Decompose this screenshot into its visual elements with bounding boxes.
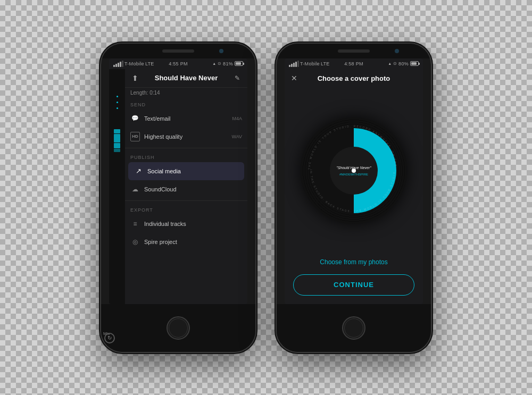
vinyl-center-hole	[352, 169, 356, 173]
signal-bar-3	[118, 63, 119, 67]
publish-section-label: PUBLISH	[125, 150, 247, 162]
highest-quality-label: Highest quality	[144, 133, 228, 140]
phone-2-camera	[395, 49, 399, 53]
p2-battery-fill	[411, 62, 417, 65]
send-section-label: SEND	[125, 98, 247, 110]
p2-signal-bar-4	[295, 62, 297, 67]
p2-signal-bars	[289, 61, 299, 67]
text-email-item[interactable]: 💬 Text/email M4A	[125, 110, 247, 128]
spire-icon: ◎	[130, 237, 140, 247]
song-length: Length: 0:14	[125, 88, 247, 98]
battery-icon	[235, 61, 243, 66]
p2-location-icon: ▲	[388, 62, 392, 65]
network-text: LTE	[145, 61, 154, 66]
vinyl-container: "Should Have Never" #MADEWITHSPIRE THE W…	[285, 88, 423, 254]
carrier-text: T-Mobile	[124, 61, 144, 66]
highest-quality-item[interactable]: HD Highest quality WAV	[125, 128, 247, 146]
signal-bar-4	[120, 62, 121, 67]
p2-status-right: ▲ ⊙ 80%	[388, 61, 419, 66]
status-right: ▲ ⊙ 81%	[212, 61, 243, 66]
p2-signal-bar-2	[291, 64, 293, 67]
close-button[interactable]: ✕	[291, 74, 297, 82]
time-text: 4:55 PM	[169, 61, 188, 66]
highest-quality-badge: WAV	[232, 134, 243, 139]
signal-bar-2	[115, 64, 117, 67]
phone-1-speaker	[162, 49, 194, 53]
cover-title: Choose a cover photo	[318, 74, 390, 82]
phone-2-top-bar	[277, 44, 431, 58]
continue-button[interactable]: CONTINUE	[293, 274, 414, 296]
wave-bar	[114, 149, 120, 152]
signal-bar-1	[113, 65, 115, 67]
continue-label: CONTINUE	[334, 281, 374, 289]
phone-1-top-bar	[101, 44, 255, 58]
wave-bar	[114, 134, 120, 142]
vinyl-hashtag: #MADEWITHSPIRE	[339, 173, 368, 176]
tracks-icon: ≡	[130, 219, 140, 229]
p2-carrier-text: T-Mobile	[300, 61, 320, 66]
spire-project-label: Spire project	[144, 239, 242, 245]
wifi-icon: ⊙	[218, 61, 221, 66]
soundcloud-icon: ☁	[130, 184, 140, 194]
waveform	[114, 129, 120, 152]
wave-bar	[114, 129, 120, 133]
phone-2: T-Mobile LTE 4:58 PM ▲ ⊙ 80% ✕ Choose a …	[277, 44, 431, 352]
edit-button[interactable]: ✎	[232, 73, 242, 83]
p2-signal-bar-1	[289, 65, 290, 67]
divider-2	[125, 200, 247, 201]
individual-tracks-label: Individual tracks	[144, 221, 242, 227]
divider-1	[125, 148, 247, 148]
p2-time-text: 4:58 PM	[344, 61, 363, 66]
phone-2-screen: T-Mobile LTE 4:58 PM ▲ ⊙ 80% ✕ Choose a …	[285, 58, 423, 304]
p2-signal-bar-3	[293, 63, 295, 67]
social-media-item[interactable]: ↗ Social media	[128, 162, 244, 180]
p2-status-left: T-Mobile LTE	[289, 61, 330, 67]
phone-1: T-Mobile LTE 4:55 PM ▲ ⊙ 81%	[101, 44, 255, 352]
track-sidebar: Mix ↻	[109, 69, 125, 304]
p2-wifi-icon: ⊙	[393, 61, 397, 66]
individual-tracks-item[interactable]: ≡ Individual tracks	[125, 215, 247, 233]
cover-header: ✕ Choose a cover photo	[285, 69, 423, 88]
status-left: T-Mobile LTE	[113, 61, 154, 67]
phone-1-bottom	[101, 304, 255, 352]
phone-2-speaker	[338, 49, 370, 53]
cover-photo-screen: ✕ Choose a cover photo "Should Have Neve…	[285, 69, 423, 304]
soundcloud-label: SoundCloud	[144, 186, 242, 192]
battery-fill	[236, 62, 241, 65]
text-email-label: Text/email	[144, 115, 228, 122]
home-button-1[interactable]	[167, 316, 190, 340]
soundcloud-item[interactable]: ☁ SoundCloud	[125, 180, 247, 198]
vinyl-record: "Should Have Never" #MADEWITHSPIRE THE W…	[301, 117, 407, 224]
p2-battery-percent: 80%	[398, 61, 409, 66]
signal-bar-5	[122, 61, 123, 67]
p2-battery-icon	[410, 61, 419, 66]
track-dot-3	[117, 107, 118, 109]
share-arrow-icon: ↗	[134, 166, 143, 176]
export-screen: Mix ↻ ⬆ Should Have Never ✎ Length: 0:14	[109, 69, 247, 304]
track-dot-2	[117, 102, 118, 103]
p2-network-text: LTE	[321, 61, 330, 66]
wave-bar	[114, 143, 120, 148]
home-button-2[interactable]	[342, 316, 365, 340]
phone-2-bottom	[277, 304, 431, 352]
p2-signal-bar-5	[297, 61, 299, 67]
export-header: ⬆ Should Have Never ✎	[125, 69, 247, 88]
phone-1-status-bar: T-Mobile LTE 4:55 PM ▲ ⊙ 81%	[109, 58, 247, 69]
social-media-label: Social media	[147, 168, 239, 174]
chat-icon: 💬	[130, 114, 140, 123]
home-button-inner-1	[169, 318, 188, 338]
choose-from-photos-button[interactable]: Choose from my photos	[285, 254, 423, 270]
track-dot-1	[117, 96, 118, 97]
phone-1-camera	[219, 49, 223, 53]
export-section-label: EXPORT	[125, 203, 247, 215]
spire-project-item[interactable]: ◎ Spire project	[125, 233, 247, 251]
text-email-badge: M4A	[232, 116, 242, 121]
location-icon: ▲	[212, 62, 216, 65]
phone-2-status-bar: T-Mobile LTE 4:58 PM ▲ ⊙ 80%	[285, 58, 423, 69]
signal-bars	[113, 61, 123, 67]
share-button[interactable]: ⬆	[130, 73, 140, 83]
battery-percent: 81%	[223, 61, 233, 66]
hd-icon: HD	[130, 132, 140, 141]
phone-1-screen: T-Mobile LTE 4:55 PM ▲ ⊙ 81%	[109, 58, 247, 304]
home-button-inner-2	[344, 318, 363, 338]
